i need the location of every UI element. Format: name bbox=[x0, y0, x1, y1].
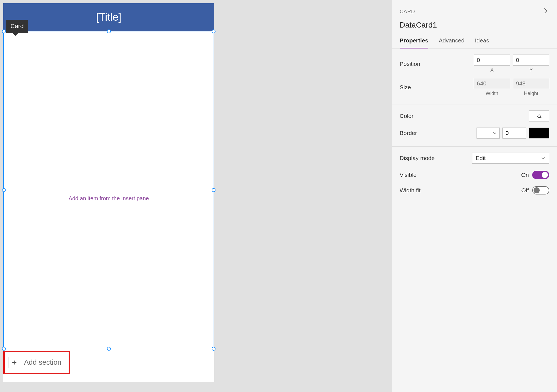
properties-panel: CARD DataCard1 Properties Advanced Ideas… bbox=[392, 0, 557, 392]
size-height-sublabel: Height bbox=[524, 91, 538, 96]
resize-handle-top-right[interactable] bbox=[212, 29, 216, 33]
width-fit-state-text: Off bbox=[521, 187, 529, 194]
add-section-button[interactable]: Add section bbox=[3, 351, 70, 374]
border-style-select[interactable] bbox=[477, 128, 500, 139]
color-label: Color bbox=[400, 113, 413, 119]
display-mode-label: Display mode bbox=[400, 155, 435, 161]
tab-properties[interactable]: Properties bbox=[400, 37, 428, 48]
resize-handle-bottom-left[interactable] bbox=[2, 347, 6, 351]
position-x-sublabel: X bbox=[490, 67, 494, 73]
card-body-selection[interactable]: Add an item from the Insert pane bbox=[3, 31, 214, 349]
tab-ideas[interactable]: Ideas bbox=[475, 37, 489, 48]
visible-toggle[interactable] bbox=[532, 171, 549, 179]
plus-icon bbox=[9, 357, 20, 368]
display-mode-value: Edit bbox=[476, 155, 486, 161]
chevron-down-icon bbox=[492, 131, 497, 136]
add-section-label: Add section bbox=[24, 358, 61, 367]
tooltip-label: Card bbox=[10, 23, 24, 29]
size-label: Size bbox=[400, 84, 411, 91]
panel-type-row: CARD bbox=[400, 7, 549, 16]
position-label: Position bbox=[400, 61, 420, 67]
resize-handle-bottom-right[interactable] bbox=[212, 347, 216, 351]
resize-handle-bottom-middle[interactable] bbox=[107, 347, 111, 351]
panel-type-label: CARD bbox=[400, 9, 415, 15]
panel-tabs: Properties Advanced Ideas bbox=[392, 37, 557, 48]
size-height-input[interactable] bbox=[513, 78, 549, 89]
display-mode-select[interactable]: Edit bbox=[472, 153, 549, 164]
color-picker[interactable] bbox=[529, 110, 549, 121]
expand-panel-button[interactable] bbox=[542, 7, 549, 16]
chevron-right-icon bbox=[542, 7, 549, 14]
chevron-down-icon bbox=[541, 156, 546, 161]
border-weight-input[interactable] bbox=[502, 128, 526, 139]
position-y-input[interactable] bbox=[513, 55, 549, 66]
line-icon bbox=[479, 133, 491, 133]
resize-handle-top-middle[interactable] bbox=[107, 29, 111, 33]
resize-handle-top-left[interactable] bbox=[2, 29, 6, 33]
selection-tooltip: Card bbox=[6, 20, 28, 33]
appearance-section: Color Border bbox=[392, 104, 557, 147]
canvas-area: [Title] Add an item from the Insert pane… bbox=[0, 0, 392, 392]
behavior-section: Display mode Edit Visible On Width fit O… bbox=[392, 147, 557, 392]
visible-state-text: On bbox=[521, 172, 529, 178]
width-fit-label: Width fit bbox=[400, 187, 421, 194]
insert-placeholder: Add an item from the Insert pane bbox=[4, 195, 214, 202]
size-width-input[interactable] bbox=[474, 78, 510, 89]
fill-bucket-icon bbox=[536, 113, 542, 119]
border-label: Border bbox=[400, 130, 417, 136]
card-header: [Title] bbox=[3, 3, 214, 31]
position-y-sublabel: Y bbox=[529, 67, 533, 73]
panel-name: DataCard1 bbox=[400, 21, 549, 29]
position-size-section: Position X Y Size Width bbox=[392, 48, 557, 104]
border-color-picker[interactable] bbox=[529, 128, 549, 139]
width-fit-toggle[interactable] bbox=[532, 186, 549, 194]
visible-label: Visible bbox=[400, 172, 416, 178]
tab-advanced[interactable]: Advanced bbox=[439, 37, 464, 48]
position-x-input[interactable] bbox=[474, 55, 510, 66]
svg-point-0 bbox=[540, 117, 542, 118]
size-width-sublabel: Width bbox=[486, 91, 498, 96]
card-surface[interactable]: [Title] Add an item from the Insert pane bbox=[3, 3, 214, 382]
card-title: [Title] bbox=[96, 11, 122, 23]
resize-handle-middle-right[interactable] bbox=[212, 188, 216, 192]
resize-handle-middle-left[interactable] bbox=[2, 188, 6, 192]
